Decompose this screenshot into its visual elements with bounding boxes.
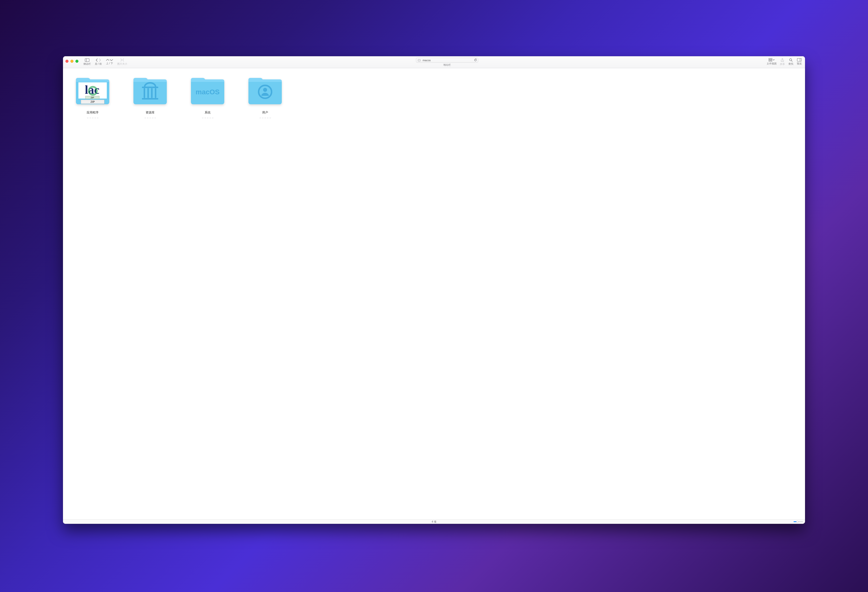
svg-marker-31	[204, 117, 207, 119]
window-controls	[65, 60, 78, 63]
svg-line-3	[123, 59, 124, 60]
svg-rect-8	[769, 58, 770, 59]
view-mode-label: 文件视图	[767, 62, 776, 65]
star-icon	[261, 117, 264, 119]
svg-marker-23	[94, 117, 96, 119]
close-button[interactable]	[65, 60, 68, 63]
image-size-button[interactable]: 图片大小	[117, 56, 128, 68]
folder-item-applications[interactable]: lac ZIP ZIP 应用程序	[66, 74, 120, 119]
star-icon	[267, 117, 269, 119]
content-area: lac ZIP ZIP 应用程序	[63, 68, 805, 519]
share-icon	[781, 58, 784, 62]
path-field[interactable]: macos	[416, 58, 478, 63]
search-label: 查找	[788, 62, 793, 66]
star-icon	[207, 117, 209, 119]
star-icon	[204, 117, 207, 119]
star-icon	[264, 117, 266, 119]
svg-line-2	[121, 59, 122, 60]
svg-rect-0	[85, 59, 89, 62]
star-icon	[209, 117, 211, 119]
svg-marker-29	[154, 117, 156, 119]
folder-icon	[247, 74, 284, 106]
zoom-slider[interactable]	[794, 521, 803, 522]
rating-stars	[202, 117, 214, 119]
svg-marker-33	[209, 117, 211, 119]
folder-item-system[interactable]: macOS 系统	[181, 74, 235, 119]
svg-rect-14	[797, 58, 802, 61]
star-icon	[89, 117, 92, 119]
svg-line-5	[123, 60, 124, 61]
item-label: 用户	[262, 110, 268, 115]
svg-rect-10	[769, 60, 770, 61]
svg-marker-34	[212, 117, 214, 119]
search-button[interactable]: 查找	[788, 58, 794, 66]
svg-marker-25	[144, 117, 146, 119]
volume-icon	[418, 59, 421, 62]
star-icon	[87, 117, 89, 119]
svg-marker-21	[89, 117, 92, 119]
titlebar: 侧边栏 后 / 前 上 / 下 图片大小 macos	[63, 56, 805, 68]
reload-icon	[474, 59, 477, 62]
reload-button[interactable]	[474, 59, 477, 62]
folder-item-users[interactable]: 用户	[238, 74, 292, 119]
svg-marker-37	[259, 117, 261, 119]
share-button[interactable]: 共享	[779, 58, 785, 67]
svg-marker-28	[152, 117, 154, 119]
icon-grid: lac ZIP ZIP 应用程序	[66, 74, 802, 119]
path-bar: macos 地址栏	[131, 56, 763, 68]
view-mode-button[interactable]: 文件视图	[766, 58, 777, 66]
chevron-right-icon	[99, 59, 101, 62]
up-down-label: 上 / 下	[106, 62, 113, 65]
star-icon	[259, 117, 261, 119]
star-icon	[97, 117, 99, 119]
svg-marker-27	[149, 117, 151, 119]
preview-pane-button[interactable]: 预览	[796, 58, 803, 66]
path-text: macos	[422, 59, 477, 62]
grid-icon	[769, 58, 772, 62]
folder-icon: macOS	[189, 74, 226, 106]
svg-marker-24	[97, 117, 99, 119]
zoom-knob[interactable]	[796, 521, 798, 523]
item-label: 资源库	[146, 110, 155, 115]
status-bar: 4 项	[63, 519, 805, 524]
svg-marker-40	[267, 117, 269, 119]
svg-rect-11	[771, 60, 772, 61]
back-forward-button[interactable]: 后 / 前	[94, 56, 102, 68]
svg-marker-39	[264, 117, 266, 119]
zip-tag-1: ZIP	[91, 96, 94, 99]
svg-marker-20	[87, 117, 89, 119]
back-forward-label: 后 / 前	[95, 62, 102, 66]
star-icon	[154, 117, 156, 119]
preview-pane-icon	[797, 58, 802, 62]
star-icon	[94, 117, 96, 119]
folder-item-library[interactable]: 资源库	[124, 74, 177, 119]
folder-icon	[131, 74, 169, 106]
rating-stars	[87, 117, 99, 119]
folder-icon: lac ZIP ZIP	[74, 74, 111, 106]
sidebar-icon	[85, 59, 89, 62]
toggle-sidebar-button[interactable]: 侧边栏	[83, 56, 92, 68]
item-label: 系统	[205, 110, 211, 115]
zoom-track	[794, 521, 803, 522]
svg-rect-9	[771, 58, 772, 59]
svg-line-4	[121, 60, 122, 61]
minimize-button[interactable]	[71, 60, 74, 63]
item-label: 应用程序	[87, 110, 99, 115]
svg-marker-22	[92, 117, 94, 119]
zip-tag-2: ZIP	[91, 100, 95, 103]
star-icon	[202, 117, 204, 119]
zoom-button[interactable]	[75, 60, 78, 63]
up-down-button[interactable]: 上 / 下	[105, 56, 114, 68]
star-icon	[147, 117, 149, 119]
star-icon	[92, 117, 94, 119]
chevron-up-icon	[106, 59, 109, 61]
svg-marker-38	[261, 117, 264, 119]
star-icon	[212, 117, 214, 119]
macos-badge-text: macOS	[196, 88, 220, 96]
svg-marker-32	[207, 117, 209, 119]
svg-line-13	[791, 60, 793, 62]
chevron-down-icon	[110, 59, 113, 61]
path-label: 地址栏	[443, 63, 451, 67]
chevron-down-icon	[773, 58, 775, 62]
chevron-left-icon	[96, 59, 98, 62]
